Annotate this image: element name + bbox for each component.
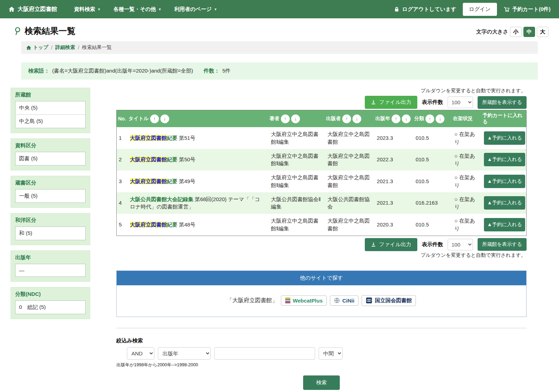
- result-row: 1 大阪府立図書館紀要 第51号 大阪府立中之島図書館‖編集 大阪府立中之島図書…: [117, 127, 527, 149]
- title-link[interactable]: 紀要: [167, 156, 178, 162]
- refine-operator-select[interactable]: AND: [127, 347, 154, 360]
- show-holdings-button[interactable]: 所蔵館を表示する: [478, 96, 527, 109]
- refine-match-select[interactable]: 中間: [319, 347, 343, 360]
- search-summary-bar: 検索語： (書名=大阪府立図書館)and(出版年=2020-)and(所蔵館=全…: [21, 62, 538, 80]
- ndl-link[interactable]: 国立国会図書館: [362, 295, 416, 306]
- chevron-down-icon: ▼: [97, 7, 101, 11]
- title-link-highlighted[interactable]: 大阪府立図書館: [130, 156, 167, 162]
- facet-item[interactable]: 0 総記 (5): [16, 301, 85, 314]
- facet-material-type: 資料区分 図書 (5): [11, 138, 90, 170]
- facet-title: 蔵書区分: [15, 180, 86, 186]
- nav-menus: 資料検索 ▼ 各種一覧・その他 ▼ 利用者のページ ▼: [68, 6, 223, 13]
- title-link[interactable]: 紀要: [167, 135, 178, 141]
- results-table: No. タイトル ↑ ↓ 著者 ↑ ↓: [116, 110, 527, 236]
- breadcrumb-separator: /: [78, 45, 79, 50]
- font-size-large-button[interactable]: 大: [537, 27, 548, 37]
- table-header-row: No. タイトル ↑ ↓ 著者 ↑ ↓: [117, 110, 527, 127]
- breadcrumb-detail-search-link[interactable]: 詳細検索: [55, 44, 75, 51]
- breadcrumb-home-link[interactable]: トップ: [26, 44, 48, 51]
- nav-menu-material-search[interactable]: 資料検索 ▼: [68, 6, 107, 13]
- author-sort-desc-button[interactable]: ↓: [291, 114, 300, 123]
- column-header-status: 在架状況: [452, 110, 481, 127]
- refine-search-button[interactable]: 検索: [303, 375, 340, 390]
- file-output-button[interactable]: ファイル出力: [365, 96, 417, 109]
- ndc-cell: 010.5: [413, 127, 452, 149]
- title-link-highlighted[interactable]: 大阪府立図書館: [130, 135, 167, 141]
- result-row: 5 大阪府立図書館紀要 第48号 大阪府立中之島図書館‖編集 大阪府立中之島図書…: [117, 214, 527, 236]
- result-row: 2 大阪府立図書館紀要 第50号 大阪府立中之島図書館‖編集 大阪府立中之島図書…: [117, 149, 527, 171]
- file-output-label: ファイル出力: [379, 241, 411, 248]
- webcatplus-label: WebcatPlus: [293, 298, 323, 304]
- add-to-cart-button[interactable]: ▲予約に入れる: [484, 175, 525, 188]
- add-to-cart-button[interactable]: ▲予約に入れる: [484, 218, 525, 231]
- facet-item[interactable]: —: [16, 264, 85, 276]
- font-size-small-button[interactable]: 小: [510, 27, 522, 37]
- title-volume: 第50号: [179, 156, 196, 162]
- show-holdings-button[interactable]: 所蔵館を表示する: [478, 238, 527, 251]
- column-header-publisher: 出版者 ↑ ↓: [325, 110, 374, 127]
- brand-home-link[interactable]: 大阪府立図書館: [8, 6, 57, 13]
- title-sort-desc-button[interactable]: ↓: [160, 114, 169, 123]
- cinii-link[interactable]: CiNii: [330, 295, 358, 306]
- title-link[interactable]: 紀要: [167, 178, 178, 184]
- per-page-select[interactable]: 100: [448, 97, 473, 108]
- title-link[interactable]: 紀要: [167, 222, 178, 228]
- per-page-select[interactable]: 100: [448, 239, 473, 250]
- title-link[interactable]: 大阪公共図書館大会記録集: [130, 196, 194, 202]
- facet-item[interactable]: 一般 (5): [16, 189, 85, 203]
- refine-search-title: 絞込み検索: [116, 337, 527, 344]
- reserve-cell: ▲予約に入れる: [481, 127, 526, 149]
- publisher-sort-desc-button[interactable]: ↓: [352, 114, 361, 123]
- facet-item[interactable]: 図書 (5): [16, 152, 85, 165]
- nav-menu-user-page[interactable]: 利用者のページ ▼: [168, 6, 224, 13]
- add-to-cart-button[interactable]: ▲予約に入れる: [484, 153, 525, 166]
- ndl-icon: [366, 297, 372, 304]
- facet-item[interactable]: 中央 (5): [16, 101, 85, 114]
- logout-status-label: ログアウトしています: [402, 6, 456, 13]
- year-sort-asc-button[interactable]: ↑: [392, 114, 400, 123]
- facet-item[interactable]: 中之島 (5): [16, 114, 85, 128]
- webcatplus-link[interactable]: WebcatPlus: [281, 295, 327, 306]
- author-cell: 大阪府立中之島図書館‖編集: [268, 127, 325, 149]
- add-to-cart-button[interactable]: ▲予約に入れる: [484, 196, 525, 210]
- title-link-highlighted[interactable]: 大阪府立図書館: [130, 222, 167, 228]
- column-label: 著者: [270, 116, 280, 122]
- add-to-cart-button[interactable]: ▲予約に入れる: [484, 131, 525, 145]
- publisher-sort-asc-button[interactable]: ↑: [342, 114, 351, 123]
- nav-menu-label: 利用者のページ: [174, 6, 212, 13]
- column-label: 分類: [414, 116, 424, 122]
- author-sort-asc-button[interactable]: ↑: [281, 114, 290, 123]
- reservation-cart-button[interactable]: 予約カート(0件): [503, 6, 551, 13]
- login-button[interactable]: ログイン: [463, 3, 497, 16]
- facet-collection-type: 蔵書区分 一般 (5): [11, 176, 90, 208]
- home-icon: [26, 45, 31, 50]
- breadcrumb-separator: /: [51, 45, 53, 50]
- year-sort-desc-button[interactable]: ↓: [402, 114, 411, 123]
- title-volume: 第48号: [179, 222, 196, 228]
- topnav-right: ログアウトしています ログイン 予約カート(0件): [394, 3, 551, 16]
- per-page-label: 表示件数: [422, 241, 443, 248]
- title-link-highlighted[interactable]: 大阪府立図書館: [130, 178, 167, 184]
- ndc-sort-desc-button[interactable]: ↓: [436, 114, 444, 123]
- column-label: タイトル: [129, 116, 149, 122]
- file-output-button[interactable]: ファイル出力: [365, 238, 417, 251]
- reserve-cell: ▲予約に入れる: [481, 149, 526, 171]
- results-main: プルダウンを変更すると自動で実行されます。 ファイル出力 表示件数 100 所蔵…: [116, 88, 527, 390]
- refine-keyword-input[interactable]: [214, 347, 315, 360]
- year-cell: 2021.3: [374, 170, 413, 192]
- result-row: 3 大阪府立図書館紀要 第49号 大阪府立中之島図書館‖編集 大阪府立中之島図書…: [117, 170, 527, 192]
- font-size-medium-button[interactable]: 中: [523, 27, 535, 37]
- ndc-sort-asc-button[interactable]: ↑: [425, 114, 434, 123]
- nav-menu-lists-other[interactable]: 各種一覧・その他 ▼: [107, 6, 168, 13]
- year-cell: 2022.3: [374, 149, 413, 171]
- table-controls-bottom: ファイル出力 表示件数 100 所蔵館を表示する: [116, 238, 527, 251]
- title-sort-asc-button[interactable]: ↑: [150, 114, 159, 123]
- facet-item[interactable]: 和 (5): [16, 227, 85, 240]
- row-number: 4: [117, 192, 127, 214]
- refine-field-select[interactable]: 出版年: [158, 347, 211, 360]
- column-header-title: タイトル ↑ ↓: [127, 110, 268, 127]
- page-title: 検索結果一覧: [14, 25, 75, 37]
- lock-icon: [394, 6, 399, 12]
- ndl-label: 国立国会図書館: [375, 297, 412, 304]
- refine-search-section: 絞込み検索 AND 出版年 中間 出版年が1998年から2000年-->1998…: [116, 337, 527, 390]
